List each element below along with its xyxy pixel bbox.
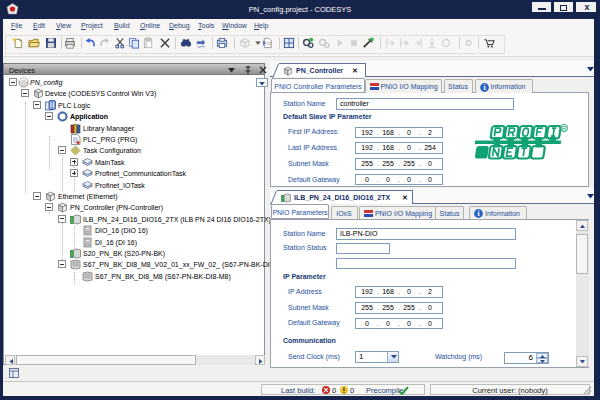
svg-text:R: R — [562, 125, 567, 132]
svg-text:i: i — [483, 83, 485, 92]
svg-text:i: i — [477, 209, 479, 218]
